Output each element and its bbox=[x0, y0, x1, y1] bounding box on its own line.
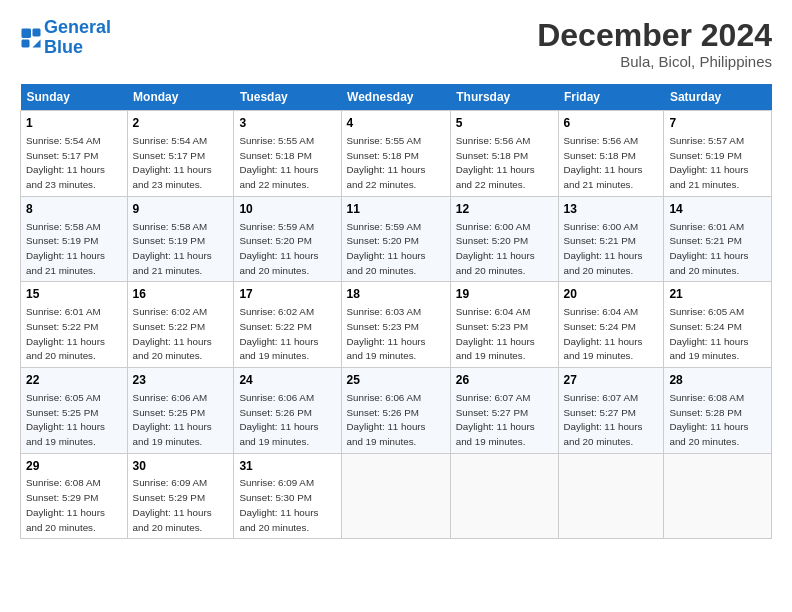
day-number: 14 bbox=[669, 201, 766, 218]
day-number: 10 bbox=[239, 201, 335, 218]
calendar-cell: 14Sunrise: 6:01 AM Sunset: 5:21 PM Dayli… bbox=[664, 196, 772, 282]
calendar-cell: 28Sunrise: 6:08 AM Sunset: 5:28 PM Dayli… bbox=[664, 368, 772, 454]
day-number: 4 bbox=[347, 115, 445, 132]
page-container: General Blue December 2024 Bula, Bicol, … bbox=[0, 0, 792, 549]
calendar-cell bbox=[341, 453, 450, 539]
day-number: 31 bbox=[239, 458, 335, 475]
day-info: Sunrise: 5:57 AM Sunset: 5:19 PM Dayligh… bbox=[669, 135, 748, 190]
svg-rect-2 bbox=[21, 39, 29, 47]
calendar-cell: 29Sunrise: 6:08 AM Sunset: 5:29 PM Dayli… bbox=[21, 453, 128, 539]
day-number: 15 bbox=[26, 286, 122, 303]
day-number: 7 bbox=[669, 115, 766, 132]
day-info: Sunrise: 6:03 AM Sunset: 5:23 PM Dayligh… bbox=[347, 306, 426, 361]
calendar-cell: 21Sunrise: 6:05 AM Sunset: 5:24 PM Dayli… bbox=[664, 282, 772, 368]
calendar-cell: 31Sunrise: 6:09 AM Sunset: 5:30 PM Dayli… bbox=[234, 453, 341, 539]
calendar-cell: 15Sunrise: 6:01 AM Sunset: 5:22 PM Dayli… bbox=[21, 282, 128, 368]
day-number: 25 bbox=[347, 372, 445, 389]
calendar-cell: 22Sunrise: 6:05 AM Sunset: 5:25 PM Dayli… bbox=[21, 368, 128, 454]
day-info: Sunrise: 6:06 AM Sunset: 5:25 PM Dayligh… bbox=[133, 392, 212, 447]
day-info: Sunrise: 6:07 AM Sunset: 5:27 PM Dayligh… bbox=[456, 392, 535, 447]
day-info: Sunrise: 5:58 AM Sunset: 5:19 PM Dayligh… bbox=[133, 221, 212, 276]
day-info: Sunrise: 6:06 AM Sunset: 5:26 PM Dayligh… bbox=[239, 392, 318, 447]
calendar-cell: 10Sunrise: 5:59 AM Sunset: 5:20 PM Dayli… bbox=[234, 196, 341, 282]
day-number: 24 bbox=[239, 372, 335, 389]
day-number: 17 bbox=[239, 286, 335, 303]
col-header-tuesday: Tuesday bbox=[234, 84, 341, 111]
day-number: 9 bbox=[133, 201, 229, 218]
day-info: Sunrise: 6:00 AM Sunset: 5:20 PM Dayligh… bbox=[456, 221, 535, 276]
day-info: Sunrise: 5:59 AM Sunset: 5:20 PM Dayligh… bbox=[347, 221, 426, 276]
calendar-cell: 5Sunrise: 5:56 AM Sunset: 5:18 PM Daylig… bbox=[450, 111, 558, 197]
calendar-body: 1Sunrise: 5:54 AM Sunset: 5:17 PM Daylig… bbox=[21, 111, 772, 539]
day-number: 18 bbox=[347, 286, 445, 303]
day-number: 29 bbox=[26, 458, 122, 475]
day-number: 1 bbox=[26, 115, 122, 132]
day-info: Sunrise: 5:54 AM Sunset: 5:17 PM Dayligh… bbox=[133, 135, 212, 190]
calendar-table: SundayMondayTuesdayWednesdayThursdayFrid… bbox=[20, 84, 772, 539]
calendar-cell: 4Sunrise: 5:55 AM Sunset: 5:18 PM Daylig… bbox=[341, 111, 450, 197]
day-info: Sunrise: 6:02 AM Sunset: 5:22 PM Dayligh… bbox=[239, 306, 318, 361]
day-number: 26 bbox=[456, 372, 553, 389]
day-info: Sunrise: 6:05 AM Sunset: 5:24 PM Dayligh… bbox=[669, 306, 748, 361]
day-info: Sunrise: 6:06 AM Sunset: 5:26 PM Dayligh… bbox=[347, 392, 426, 447]
day-info: Sunrise: 6:08 AM Sunset: 5:28 PM Dayligh… bbox=[669, 392, 748, 447]
svg-rect-0 bbox=[21, 28, 31, 38]
col-header-thursday: Thursday bbox=[450, 84, 558, 111]
day-info: Sunrise: 5:56 AM Sunset: 5:18 PM Dayligh… bbox=[456, 135, 535, 190]
day-number: 16 bbox=[133, 286, 229, 303]
calendar-cell: 20Sunrise: 6:04 AM Sunset: 5:24 PM Dayli… bbox=[558, 282, 664, 368]
col-header-wednesday: Wednesday bbox=[341, 84, 450, 111]
calendar-cell: 30Sunrise: 6:09 AM Sunset: 5:29 PM Dayli… bbox=[127, 453, 234, 539]
day-number: 27 bbox=[564, 372, 659, 389]
calendar-cell: 11Sunrise: 5:59 AM Sunset: 5:20 PM Dayli… bbox=[341, 196, 450, 282]
calendar-week-row: 22Sunrise: 6:05 AM Sunset: 5:25 PM Dayli… bbox=[21, 368, 772, 454]
calendar-cell: 7Sunrise: 5:57 AM Sunset: 5:19 PM Daylig… bbox=[664, 111, 772, 197]
logo: General Blue bbox=[20, 18, 111, 58]
day-info: Sunrise: 5:55 AM Sunset: 5:18 PM Dayligh… bbox=[347, 135, 426, 190]
day-number: 19 bbox=[456, 286, 553, 303]
col-header-monday: Monday bbox=[127, 84, 234, 111]
day-info: Sunrise: 5:55 AM Sunset: 5:18 PM Dayligh… bbox=[239, 135, 318, 190]
day-info: Sunrise: 6:05 AM Sunset: 5:25 PM Dayligh… bbox=[26, 392, 105, 447]
calendar-cell: 24Sunrise: 6:06 AM Sunset: 5:26 PM Dayli… bbox=[234, 368, 341, 454]
calendar-cell: 19Sunrise: 6:04 AM Sunset: 5:23 PM Dayli… bbox=[450, 282, 558, 368]
calendar-week-row: 29Sunrise: 6:08 AM Sunset: 5:29 PM Dayli… bbox=[21, 453, 772, 539]
day-number: 23 bbox=[133, 372, 229, 389]
calendar-cell: 18Sunrise: 6:03 AM Sunset: 5:23 PM Dayli… bbox=[341, 282, 450, 368]
calendar-cell: 12Sunrise: 6:00 AM Sunset: 5:20 PM Dayli… bbox=[450, 196, 558, 282]
day-number: 20 bbox=[564, 286, 659, 303]
svg-rect-1 bbox=[32, 28, 40, 36]
day-info: Sunrise: 5:56 AM Sunset: 5:18 PM Dayligh… bbox=[564, 135, 643, 190]
calendar-cell: 16Sunrise: 6:02 AM Sunset: 5:22 PM Dayli… bbox=[127, 282, 234, 368]
calendar-cell bbox=[664, 453, 772, 539]
calendar-cell: 3Sunrise: 5:55 AM Sunset: 5:18 PM Daylig… bbox=[234, 111, 341, 197]
day-number: 3 bbox=[239, 115, 335, 132]
calendar-cell: 1Sunrise: 5:54 AM Sunset: 5:17 PM Daylig… bbox=[21, 111, 128, 197]
day-info: Sunrise: 6:02 AM Sunset: 5:22 PM Dayligh… bbox=[133, 306, 212, 361]
header: General Blue December 2024 Bula, Bicol, … bbox=[20, 18, 772, 70]
calendar-cell bbox=[558, 453, 664, 539]
day-info: Sunrise: 6:01 AM Sunset: 5:22 PM Dayligh… bbox=[26, 306, 105, 361]
day-number: 8 bbox=[26, 201, 122, 218]
day-info: Sunrise: 6:01 AM Sunset: 5:21 PM Dayligh… bbox=[669, 221, 748, 276]
day-number: 12 bbox=[456, 201, 553, 218]
calendar-week-row: 15Sunrise: 6:01 AM Sunset: 5:22 PM Dayli… bbox=[21, 282, 772, 368]
calendar-week-row: 1Sunrise: 5:54 AM Sunset: 5:17 PM Daylig… bbox=[21, 111, 772, 197]
day-number: 22 bbox=[26, 372, 122, 389]
day-info: Sunrise: 6:09 AM Sunset: 5:30 PM Dayligh… bbox=[239, 477, 318, 532]
calendar-week-row: 8Sunrise: 5:58 AM Sunset: 5:19 PM Daylig… bbox=[21, 196, 772, 282]
col-header-sunday: Sunday bbox=[21, 84, 128, 111]
calendar-header-row: SundayMondayTuesdayWednesdayThursdayFrid… bbox=[21, 84, 772, 111]
calendar-cell: 2Sunrise: 5:54 AM Sunset: 5:17 PM Daylig… bbox=[127, 111, 234, 197]
logo-text: General Blue bbox=[44, 18, 111, 58]
calendar-cell: 8Sunrise: 5:58 AM Sunset: 5:19 PM Daylig… bbox=[21, 196, 128, 282]
calendar-cell: 13Sunrise: 6:00 AM Sunset: 5:21 PM Dayli… bbox=[558, 196, 664, 282]
calendar-cell bbox=[450, 453, 558, 539]
day-info: Sunrise: 5:58 AM Sunset: 5:19 PM Dayligh… bbox=[26, 221, 105, 276]
day-info: Sunrise: 6:00 AM Sunset: 5:21 PM Dayligh… bbox=[564, 221, 643, 276]
calendar-cell: 25Sunrise: 6:06 AM Sunset: 5:26 PM Dayli… bbox=[341, 368, 450, 454]
logo-icon bbox=[20, 27, 42, 49]
col-header-saturday: Saturday bbox=[664, 84, 772, 111]
title-block: December 2024 Bula, Bicol, Philippines bbox=[537, 18, 772, 70]
day-info: Sunrise: 5:54 AM Sunset: 5:17 PM Dayligh… bbox=[26, 135, 105, 190]
